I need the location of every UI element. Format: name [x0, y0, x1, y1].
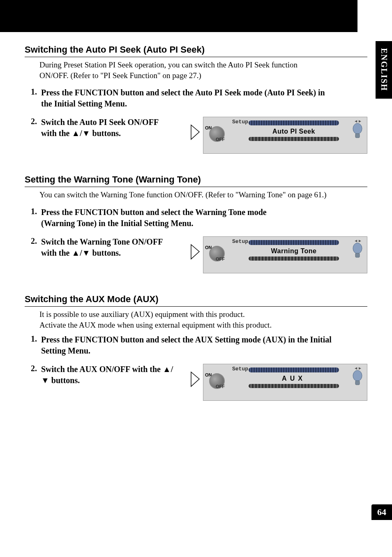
svg-rect-5	[355, 381, 360, 385]
screen-deco-top	[249, 120, 339, 125]
page-number-value: 64	[377, 507, 386, 518]
screen-setup-label: Setup	[232, 366, 248, 372]
svg-point-0	[353, 123, 362, 134]
svg-point-4	[353, 370, 362, 381]
screen-setup-label: Setup	[232, 119, 248, 125]
section-desc-auto-pi: During Preset Station PI Seek operation,…	[39, 60, 327, 81]
language-label: ENGLISH	[379, 48, 389, 91]
screen-mode-text: Warning Tone	[249, 247, 339, 256]
screen-deco-bottom	[249, 257, 339, 261]
step-text: Press the FUNCTION button and select the…	[41, 207, 296, 229]
screen-setup-label: Setup	[232, 238, 248, 245]
step-text: Switch the Auto PI Seek ON/OFF with the …	[41, 117, 164, 139]
screen-off-label: OFF	[216, 257, 225, 261]
screen-deco-bottom	[249, 137, 339, 141]
screen-off-label: OFF	[216, 384, 225, 389]
step-text: Press the FUNCTION button and select the…	[41, 87, 337, 109]
screen-center-box: Auto PI Seek	[249, 120, 339, 141]
section-heading-aux: Switching the AUX Mode (AUX)	[25, 294, 367, 307]
section-heading-auto-pi: Switching the Auto PI Seek (Auto PI Seek…	[25, 44, 367, 57]
step-number: 2.	[25, 236, 37, 259]
bulb-icon	[351, 123, 364, 140]
section-heading-warning-tone: Setting the Warning Tone (Warning Tone)	[25, 174, 367, 187]
screen-deco-bottom	[249, 384, 339, 388]
section-desc-aux: It is possible to use auxiliary (AUX) eq…	[39, 309, 327, 330]
language-side-tab: ENGLISH	[376, 41, 392, 99]
svg-point-2	[353, 243, 362, 254]
step-row: 1. Press the FUNCTION button and select …	[25, 334, 367, 356]
step-row: 1. Press the FUNCTION button and select …	[25, 87, 367, 109]
top-header-bar	[0, 0, 357, 32]
step-number: 2.	[25, 117, 37, 139]
step-number: 1.	[25, 207, 37, 216]
screen-deco-top	[249, 367, 339, 372]
screen-mode-text: Auto PI Seek	[249, 127, 339, 136]
pointer-icon	[189, 370, 201, 388]
section-desc-aux-2: Activate the AUX mode when using externa…	[39, 321, 272, 329]
step-number: 1.	[25, 87, 37, 97]
device-screen-warning-tone: Setup ON OFF Warning Tone ◄►	[203, 236, 367, 273]
pointer-icon	[189, 123, 201, 141]
bulb-icon	[351, 370, 364, 387]
svg-rect-3	[355, 253, 360, 257]
step-text: Switch the AUX ON/OFF with the ▲/▼ butto…	[41, 364, 181, 386]
screen-center-box: AUX	[249, 367, 339, 388]
section-desc-aux-1: It is possible to use auxiliary (AUX) eq…	[39, 310, 245, 319]
step-number: 1.	[25, 334, 37, 344]
page-content: Switching the Auto PI Seek (Auto PI Seek…	[0, 32, 392, 401]
screen-off-label: OFF	[216, 137, 225, 142]
step-number: 2.	[25, 364, 37, 386]
step-row: 2. Switch the Auto PI Seek ON/OFF with t…	[25, 117, 367, 154]
svg-rect-1	[355, 134, 360, 138]
screen-deco-top	[249, 240, 339, 245]
step-row: 1. Press the FUNCTION button and select …	[25, 207, 367, 229]
page-number: 64	[371, 504, 392, 520]
step-row: 2. Switch the Warning Tone ON/OFF with t…	[25, 236, 367, 273]
bulb-icon	[351, 243, 364, 260]
device-screen-auto-pi: Setup ON OFF Auto PI Seek ◄►	[203, 117, 367, 154]
section-desc-warning-tone: You can switch the Warning Tone function…	[39, 190, 327, 200]
screen-center-box: Warning Tone	[249, 240, 339, 261]
step-row: 2. Switch the AUX ON/OFF with the ▲/▼ bu…	[25, 364, 367, 401]
pointer-icon	[189, 243, 201, 261]
device-screen-aux: Setup ON OFF AUX ◄►	[203, 364, 367, 401]
screen-mode-text: AUX	[249, 374, 339, 383]
step-text: Press the FUNCTION button and select the…	[41, 334, 337, 356]
step-text: Switch the Warning Tone ON/OFF with the …	[41, 236, 164, 259]
